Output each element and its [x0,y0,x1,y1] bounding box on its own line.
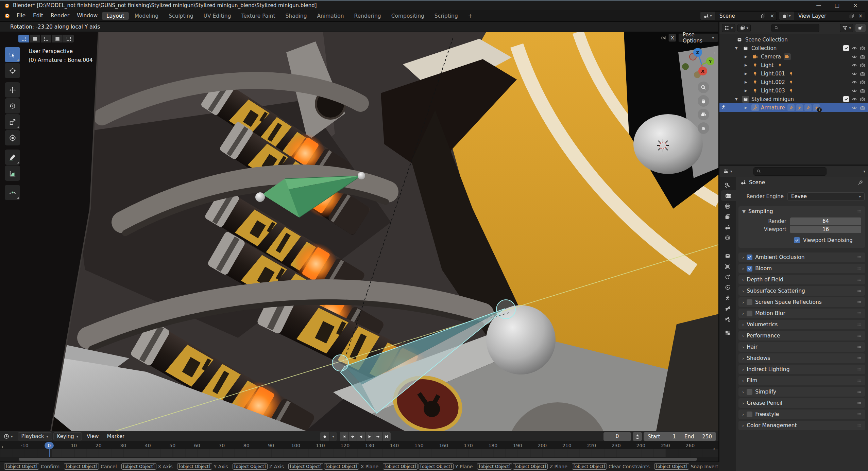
drag-grip-icon[interactable] [856,355,862,361]
outliner-item-label[interactable]: Camera [761,54,781,60]
drag-grip-icon[interactable] [856,255,862,260]
select-mode-set[interactable] [18,35,29,42]
hide-in-viewport-icon[interactable] [852,105,857,110]
outliner-row[interactable]: ▶ Camera [719,52,868,61]
auto-keying-record-icon[interactable] [320,432,329,441]
hide-in-viewport-icon[interactable] [852,71,857,76]
hide-in-viewport-icon[interactable] [852,63,857,68]
outliner-item-label[interactable]: Scene Collection [745,37,788,43]
expand-arrow[interactable]: ▶ [745,89,751,92]
menu-item[interactable]: File [13,13,29,19]
properties-panel-header[interactable]: › Screen Space Reflections [738,297,865,307]
samples-value-field[interactable]: 64 [790,217,861,225]
outliner-item-label[interactable]: Armature [761,105,785,111]
maximize-button[interactable]: □ [828,2,846,8]
minimize-button[interactable]: — [810,2,828,8]
panel-checkbox[interactable] [747,311,752,316]
outliner-row[interactable]: ▶ Light [719,61,868,69]
tab-texture[interactable] [719,327,736,338]
properties-panel-header[interactable]: › Freestyle [738,409,865,419]
drag-grip-icon[interactable] [856,266,862,271]
play-reverse-button[interactable] [357,432,365,441]
select-mode-subtract[interactable] [41,35,51,42]
workspace-tab[interactable]: UV Editing [199,12,236,20]
drag-grip-icon[interactable] [856,322,862,327]
hide-in-viewport-icon[interactable] [852,54,857,59]
properties-panel-header[interactable]: › Depth of Field [738,275,865,284]
view-layer-selector[interactable]: ▾ View Layer × [779,11,865,20]
hide-in-viewport-icon[interactable] [852,88,857,93]
x-axis-mirror-icon[interactable] [661,34,666,41]
workspace-tab[interactable]: Shading [281,12,311,20]
perspective-toggle-icon[interactable] [698,122,709,134]
tab-view-layer[interactable] [719,211,736,222]
camera-view-icon[interactable] [698,109,709,120]
properties-options-icon[interactable]: ▾ [863,169,865,174]
tab-tool[interactable] [719,180,736,190]
drag-grip-icon[interactable] [856,209,862,214]
new-view-layer-icon[interactable] [847,13,856,19]
frame-start-field[interactable]: Start1 [644,432,680,441]
outliner-row[interactable]: ▼ Collection [719,44,868,52]
expand-arrow[interactable]: ▼ [735,97,742,101]
panel-checkbox[interactable] [747,412,752,417]
outliner-search-input[interactable] [771,24,819,32]
tweak-select-tool[interactable] [5,47,20,62]
navigation-gizmo[interactable]: Z Y X [675,42,718,93]
outliner-item-label[interactable]: Light.003 [761,88,785,94]
scale-tool[interactable] [5,114,20,129]
jump-to-start-button[interactable] [340,432,348,441]
workspace-tab[interactable]: Animation [312,12,348,20]
use-preview-range-icon[interactable] [633,432,642,441]
timeline-menu[interactable]: View▾ [83,432,102,440]
hide-in-viewport-icon[interactable] [852,46,857,51]
cursor-tool[interactable] [5,63,20,78]
drag-grip-icon[interactable] [856,299,862,305]
play-button[interactable] [365,432,374,441]
outliner-item-label[interactable]: Light.001 [761,71,785,77]
outliner-row[interactable]: ▶ Light.002 [719,78,868,86]
outliner-display-mode-dropdown[interactable]: ▾ [722,24,735,32]
workspace-tab[interactable]: Layout [102,12,129,20]
outliner-filter-icon[interactable]: ▾ [840,24,853,32]
scene-selector[interactable]: ▾ Scene × [700,11,777,20]
render-engine-dropdown[interactable]: Eevee▾ [787,192,865,201]
drag-grip-icon[interactable] [856,333,862,338]
drag-grip-icon[interactable] [856,277,862,282]
scene-browse-icon[interactable]: ▾ [700,12,715,20]
remove-view-layer-icon[interactable]: × [856,13,865,19]
timeline-expand-arrow[interactable]: › [1,443,3,450]
blender-menu-icon[interactable] [3,12,10,19]
title-bar[interactable]: Blender* [D:\MODEL_not finishing\GUNS_no… [0,0,868,10]
measure-tool[interactable] [5,165,20,181]
tab-scene[interactable] [719,222,736,232]
panel-checkbox[interactable] [747,255,752,260]
disable-in-renders-icon[interactable] [860,105,865,110]
menu-item[interactable]: Window [73,13,101,19]
disable-in-renders-icon[interactable] [860,63,865,68]
outliner-row[interactable]: Scene Collection [719,35,868,44]
properties-panel-header[interactable]: › Bloom [738,264,865,273]
workspace-tab[interactable]: Sculpting [164,12,198,20]
properties-panel-header[interactable]: › Hair [738,342,865,352]
new-scene-icon[interactable] [759,13,768,19]
expand-arrow[interactable]: ▶ [745,72,751,75]
view-layer-name[interactable]: View Layer [794,13,847,19]
playhead[interactable] [49,448,50,457]
disable-in-renders-icon[interactable] [860,97,865,102]
drag-grip-icon[interactable] [856,400,862,406]
sidebar-collapse-arrow[interactable]: ‹ [713,50,715,56]
select-mode-invert[interactable] [52,35,63,42]
drag-grip-icon[interactable] [856,311,862,316]
tab-physics[interactable] [719,272,736,282]
pin-icon[interactable] [858,180,863,185]
outliner-item-label[interactable]: Collection [751,45,777,51]
view-layer-browse-icon[interactable]: ▾ [779,12,794,20]
tab-bone[interactable] [719,303,736,314]
timeline-tracks[interactable] [0,449,718,457]
workspace-tab[interactable]: Texture Paint [237,12,279,20]
tab-object[interactable] [719,261,736,272]
properties-panel-header[interactable]: › Indirect Lighting [738,365,865,374]
jump-to-end-button[interactable] [382,432,391,441]
editor-type-dropdown[interactable]: ▾ [3,433,13,439]
